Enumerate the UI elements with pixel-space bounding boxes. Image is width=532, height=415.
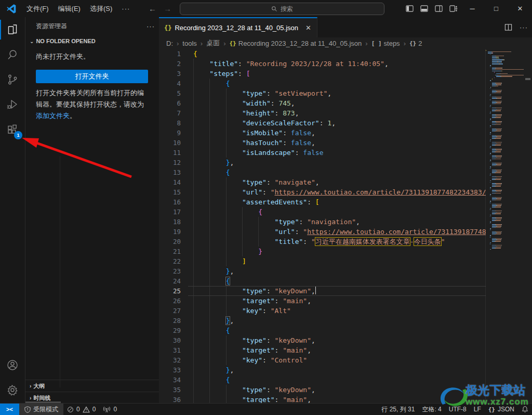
back-icon[interactable]: ← (149, 4, 156, 13)
breadcrumb-item[interactable]: D: (166, 40, 173, 47)
code-line[interactable]: 13 { (159, 167, 486, 177)
line-number[interactable]: 22 (159, 256, 181, 266)
line-number[interactable]: 6 (159, 98, 181, 108)
code-line[interactable]: 7 "height": 873, (159, 108, 486, 118)
code-line[interactable]: 10 "hasTouch": false, (159, 138, 486, 148)
code-line[interactable]: 23 }, (159, 266, 486, 276)
ports-item[interactable]: 0 (99, 404, 121, 415)
activity-search[interactable] (0, 42, 25, 67)
code-line[interactable]: 1{ (159, 49, 486, 59)
code-line[interactable]: 36 "target": "main", (159, 395, 486, 404)
line-number[interactable]: 24 (159, 276, 181, 286)
line-number[interactable]: 19 (159, 227, 181, 237)
outline-section[interactable]: › 大纲 (25, 380, 159, 392)
line-number[interactable]: 31 (159, 345, 181, 355)
code-line[interactable]: 31 "target": "main", (159, 345, 486, 355)
line-number[interactable]: 17 (159, 207, 181, 217)
tab-close-icon[interactable]: ✕ (304, 23, 313, 32)
customize-layout-icon[interactable] (446, 0, 460, 17)
breadcrumb-item[interactable]: {}2 (409, 40, 422, 47)
line-number[interactable]: 28 (159, 316, 181, 326)
code-line[interactable]: 22 ] (159, 256, 486, 266)
line-number[interactable]: 26 (159, 296, 181, 306)
breadcrumb-item[interactable]: 桌面 (206, 38, 220, 48)
menu-edit[interactable]: 编辑(E) (54, 3, 85, 15)
line-number[interactable]: 14 (159, 177, 181, 187)
code-line[interactable]: 2 "title": "Recording 2023/12/28 at 11:4… (159, 59, 486, 69)
language-mode-item[interactable]: {} JSON (485, 404, 518, 415)
line-number[interactable]: 12 (159, 158, 181, 167)
line-number[interactable]: 8 (159, 118, 181, 128)
line-number[interactable]: 29 (159, 326, 181, 335)
line-number[interactable]: 23 (159, 266, 181, 276)
breadcrumb-item[interactable]: {}Recording 2023_12_28 at 11_40_05.json (230, 40, 362, 47)
breadcrumb-item[interactable]: tools (182, 40, 196, 47)
activity-source-control[interactable] (0, 67, 25, 92)
section-no-folder-opened[interactable]: ⌄ NO FOLDER OPENED (25, 35, 159, 47)
line-number[interactable]: 21 (159, 247, 181, 256)
minimap[interactable] (485, 49, 524, 404)
menu-selection[interactable]: 选择(S) (85, 3, 117, 15)
code-line[interactable]: 9 "isMobile": false, (159, 128, 486, 138)
code-line[interactable]: 25 "type": "keyDown", (159, 286, 486, 296)
maximize-button[interactable]: □ (484, 0, 508, 17)
line-number[interactable]: 18 (159, 217, 181, 227)
close-button[interactable]: ✕ (508, 0, 532, 17)
tab-recording-json[interactable]: {} Recording 2023_12_28 at 11_40_05.json… (159, 17, 317, 37)
line-number[interactable]: 36 (159, 395, 181, 404)
code-line[interactable]: 6 "width": 745, (159, 98, 486, 108)
line-number[interactable]: 20 (159, 237, 181, 247)
line-number[interactable]: 7 (159, 108, 181, 118)
breadcrumb-item[interactable]: [ ]steps (371, 40, 400, 47)
eol-item[interactable]: LF (470, 404, 485, 415)
sidebar-more-icon[interactable]: ··· (147, 22, 155, 30)
line-number[interactable]: 3 (159, 69, 181, 79)
line-number[interactable]: 15 (159, 187, 181, 197)
activity-extensions[interactable]: 1 (0, 117, 25, 142)
encoding-item[interactable]: UTF-8 (445, 404, 470, 415)
line-number[interactable]: 25 (159, 286, 181, 296)
line-number[interactable]: 27 (159, 306, 181, 316)
open-folder-button[interactable]: 打开文件夹 (36, 70, 148, 83)
line-number[interactable]: 16 (159, 197, 181, 207)
code-line[interactable]: 32 "key": "Control" (159, 355, 486, 365)
cursor-position-item[interactable]: 行 25, 列 31 (378, 404, 418, 415)
command-center-search[interactable]: 搜索 (180, 3, 384, 15)
editor-more-icon[interactable]: ··· (520, 23, 528, 31)
add-folder-link[interactable]: 添加文件夹 (36, 112, 70, 120)
activity-settings[interactable] (0, 378, 25, 403)
code-line[interactable]: 28 }, (159, 316, 486, 326)
line-number[interactable]: 2 (159, 59, 181, 69)
activity-account[interactable] (0, 353, 25, 378)
code-line[interactable]: 33 }, (159, 365, 486, 375)
code-line[interactable]: 15 "url": "https://www.toutiao.com/artic… (159, 187, 486, 197)
line-number[interactable]: 10 (159, 138, 181, 148)
notifications-item[interactable] (518, 404, 532, 415)
code-line[interactable]: 20 "title": "习近平在越南媒体发表署名文章-今日头条" (159, 237, 486, 247)
indentation-item[interactable]: 空格: 4 (418, 404, 445, 415)
toggle-sidebar-icon[interactable] (402, 0, 417, 17)
code-line[interactable]: 4 { (159, 79, 486, 88)
line-number[interactable]: 30 (159, 335, 181, 345)
menu-file[interactable]: 文件(F) (22, 3, 54, 15)
problems-item[interactable]: 0 0 (63, 404, 99, 415)
remote-indicator[interactable]: >< (0, 404, 19, 415)
code-line[interactable]: 24 { (159, 276, 486, 286)
toggle-panel-icon[interactable] (417, 0, 431, 17)
activity-explorer[interactable] (0, 17, 25, 42)
code-line[interactable]: 11 "isLandscape": false (159, 148, 486, 158)
code-editor[interactable]: 1{2 "title": "Recording 2023/12/28 at 11… (159, 49, 532, 404)
code-line[interactable]: 21 } (159, 247, 486, 256)
line-number[interactable]: 35 (159, 385, 181, 395)
toggle-secondary-sidebar-icon[interactable] (431, 0, 446, 17)
code-line[interactable]: 34 { (159, 375, 486, 385)
line-number[interactable]: 11 (159, 148, 181, 158)
minimize-button[interactable]: ─ (460, 0, 484, 17)
split-editor-icon[interactable] (504, 23, 512, 31)
scrollbar-thumb[interactable] (525, 78, 530, 80)
menu-more-icon[interactable]: ··· (117, 3, 135, 14)
code-line[interactable]: 35 "type": "keyDown", (159, 385, 486, 395)
code-line[interactable]: 16 "assertedEvents": [ (159, 197, 486, 207)
code-line[interactable]: 12 }, (159, 158, 486, 167)
code-line[interactable]: 8 "deviceScaleFactor": 1, (159, 118, 486, 128)
